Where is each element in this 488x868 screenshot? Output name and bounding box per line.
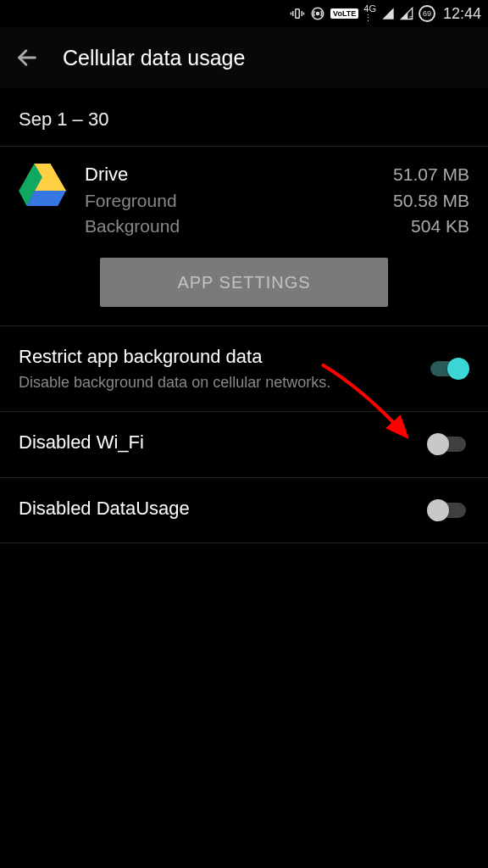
background-label: Background [85,216,180,236]
app-total-usage: 51.07 MB [393,164,469,185]
back-button[interactable] [15,46,39,70]
signal-icon-2: R [400,6,413,21]
page-title: Cellular data usage [63,46,245,70]
app-bar: Cellular data usage [0,27,488,88]
setting-disabled-datausage[interactable]: Disabled DataUsage [0,478,488,544]
setting-title: Disabled DataUsage [19,497,410,521]
foreground-value: 50.58 MB [393,191,469,211]
svg-point-5 [317,13,319,15]
network-type: 4G⋮ [363,4,376,23]
clock: 12:44 [443,5,481,23]
app-settings-button[interactable]: APP SETTINGS [100,258,388,307]
signal-icon-1 [381,6,395,21]
drive-icon [19,164,66,211]
setting-disabled-wifi[interactable]: Disabled Wi_Fi [0,412,488,478]
hotspot-icon [310,6,325,21]
toggle-disabled-wifi[interactable] [427,433,469,455]
status-bar: VoLTE 4G⋮ R 69 12:44 [0,0,488,27]
background-value: 504 KB [411,216,469,236]
toggle-disabled-datausage[interactable] [427,499,469,521]
app-name: Drive [85,164,128,186]
setting-restrict-bg-data[interactable]: Restrict app background data Disable bac… [0,326,488,412]
svg-text:R: R [409,15,413,20]
date-range[interactable]: Sep 1 – 30 [0,88,488,147]
app-usage-section: Drive 51.07 MB Foreground 50.58 MB Backg… [0,147,488,326]
battery-icon: 69 [419,5,435,22]
vibrate-icon [290,6,305,21]
setting-subtitle: Disable background data on cellular netw… [19,373,410,392]
setting-title: Restrict app background data [19,345,410,370]
volte-icon: VoLTE [330,8,358,19]
setting-title: Disabled Wi_Fi [19,431,410,455]
svg-rect-0 [296,9,300,19]
foreground-label: Foreground [85,191,177,211]
toggle-restrict-bg-data[interactable] [427,358,469,380]
